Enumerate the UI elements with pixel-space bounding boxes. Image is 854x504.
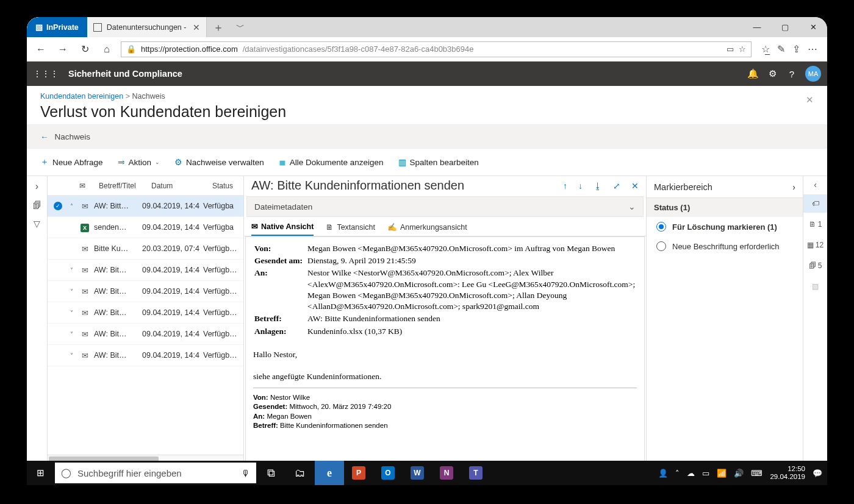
filter-icon[interactable]: ▽ bbox=[34, 219, 40, 229]
powerpoint-icon[interactable]: P bbox=[344, 461, 373, 485]
onedrive-icon[interactable]: ☁ bbox=[687, 469, 695, 478]
battery-icon[interactable]: ▭ bbox=[702, 469, 709, 478]
next-item-icon[interactable]: ↓ bbox=[578, 181, 583, 191]
download-icon[interactable]: ⭳ bbox=[594, 181, 602, 191]
expand-toggle-icon[interactable]: ˅ bbox=[67, 267, 76, 274]
expand-rail-icon[interactable]: › bbox=[35, 181, 38, 192]
expand-toggle-icon[interactable]: ˅ bbox=[67, 331, 76, 338]
close-preview-icon[interactable]: ✕ bbox=[631, 181, 639, 191]
table-row[interactable]: ˅✉AW: Bit…09.04.2019, 14:4…Verfügb… bbox=[48, 281, 243, 302]
col-status[interactable]: Status bbox=[212, 182, 239, 190]
table-row[interactable]: ˅✉AW: Bit…09.04.2019, 14:4…Verfügb… bbox=[48, 302, 243, 324]
people-icon[interactable]: 👤 bbox=[658, 469, 668, 478]
table-row[interactable]: Xsenden…09.04.2019, 14:4…Verfügba bbox=[48, 217, 243, 238]
rail-grid-count[interactable]: ▦12 bbox=[803, 236, 827, 254]
avatar[interactable]: MA bbox=[805, 66, 821, 82]
expand-toggle-icon[interactable]: ˅ bbox=[67, 288, 76, 295]
browser-tab[interactable]: Datenuntersuchungen - ✕ bbox=[87, 17, 207, 37]
prev-item-icon[interactable]: ↑ bbox=[563, 181, 567, 191]
manage-evidence-button[interactable]: ⚙Nachweise verwalten bbox=[174, 157, 264, 167]
back-row[interactable]: ← Nachweis bbox=[27, 124, 827, 149]
tray-chevron-icon[interactable]: ˄ bbox=[675, 469, 680, 478]
windows-taskbar: ⊞ ◯ Suchbegriff hier eingeben 🎙 ⧉ 🗂 e P … bbox=[27, 461, 827, 485]
item-date: 09.04.2019, 14:4… bbox=[142, 287, 199, 296]
notes-icon[interactable]: ✎ bbox=[777, 43, 785, 55]
tab-text-view[interactable]: 🗎Textansicht bbox=[326, 222, 375, 236]
word-icon[interactable]: W bbox=[403, 461, 432, 485]
favorites-icon[interactable]: ☆̲ bbox=[761, 43, 770, 55]
taskbar-search[interactable]: ◯ Suchbegriff hier eingeben 🎙 bbox=[55, 463, 256, 483]
table-row[interactable]: ˅✉AW: Bit…09.04.2019, 14:4…Verfügb… bbox=[48, 324, 243, 345]
item-status: Verfügb… bbox=[203, 351, 239, 360]
favorite-icon[interactable]: ☆ bbox=[739, 44, 746, 54]
col-title[interactable]: Betreff/Titel bbox=[99, 182, 148, 190]
action-button[interactable]: ⥤Aktion ⌄ bbox=[118, 157, 160, 167]
collapse-rail-icon[interactable]: ‹ bbox=[814, 180, 817, 190]
settings-icon[interactable]: ⚙ bbox=[762, 68, 782, 79]
rail-copy-count[interactable]: 🗐5 bbox=[803, 257, 827, 275]
rail-tag-icon[interactable]: 🏷 bbox=[803, 194, 827, 213]
maximize-button[interactable]: ▢ bbox=[771, 23, 799, 32]
col-date[interactable]: Datum bbox=[151, 182, 209, 190]
tab-native-view[interactable]: ✉Native Ansicht bbox=[251, 222, 314, 236]
row-checkbox[interactable]: ✓ bbox=[52, 202, 63, 210]
new-tab-button[interactable]: ＋ bbox=[207, 17, 230, 37]
chevron-right-icon[interactable]: › bbox=[792, 182, 795, 192]
reading-view-icon[interactable]: ▭ bbox=[727, 44, 734, 54]
url-input[interactable]: 🔒 https://protection.office.com/datainve… bbox=[121, 41, 752, 57]
start-button[interactable]: ⊞ bbox=[27, 467, 54, 478]
refresh-button[interactable]: ↻ bbox=[77, 43, 93, 55]
clock[interactable]: 12:50 29.04.2019 bbox=[770, 465, 805, 481]
tab-annotation-view[interactable]: ✍Anmerkungsansicht bbox=[387, 222, 467, 236]
edge-icon[interactable]: e bbox=[315, 461, 344, 485]
expand-toggle-icon[interactable]: ˅ bbox=[67, 352, 76, 359]
more-icon[interactable]: ⋯ bbox=[808, 43, 817, 55]
notifications-tray-icon[interactable]: 💬 bbox=[813, 469, 822, 478]
document-icon: 🗎 bbox=[326, 223, 334, 232]
new-query-button[interactable]: ＋Neue Abfrage bbox=[40, 157, 103, 168]
panel-close-icon[interactable]: ✕ bbox=[806, 94, 814, 105]
file-metadata-bar[interactable]: Dateimetadaten ⌄ bbox=[246, 196, 644, 217]
rail-doc-count[interactable]: 🗎1 bbox=[803, 215, 827, 233]
table-row[interactable]: ˅✉AW: Bit…09.04.2019, 14:4…Verfügb… bbox=[48, 260, 243, 281]
item-title: Bitte Ku… bbox=[94, 244, 138, 253]
expand-icon[interactable]: ⤢ bbox=[613, 181, 620, 191]
col-icon[interactable]: ✉ bbox=[79, 182, 95, 190]
show-all-docs-button[interactable]: ≣Alle Dokumente anzeigen bbox=[279, 157, 384, 167]
teams-icon[interactable]: T bbox=[461, 461, 490, 485]
mail-body[interactable]: Von:Megan Bowen <MeganB@M365x407920.OnMi… bbox=[245, 236, 645, 463]
tab-overflow-icon[interactable]: ﹀ bbox=[230, 17, 251, 37]
language-icon[interactable]: ⌨ bbox=[751, 469, 762, 478]
home-button[interactable]: ⌂ bbox=[99, 44, 115, 55]
queries-icon[interactable]: 🗐 bbox=[33, 201, 41, 210]
notifications-icon[interactable]: 🔔 bbox=[743, 68, 762, 79]
onenote-icon[interactable]: N bbox=[432, 461, 461, 485]
help-icon[interactable]: ? bbox=[782, 69, 802, 79]
table-row[interactable]: ✉Bitte Ku…20.03.2019, 07:4…Verfügb… bbox=[48, 238, 243, 260]
expand-toggle-icon[interactable]: ˄ bbox=[67, 203, 76, 210]
minimize-button[interactable]: — bbox=[743, 23, 771, 32]
breadcrumb-root[interactable]: Kundendaten bereinigen bbox=[40, 92, 123, 101]
wifi-icon[interactable]: 📶 bbox=[717, 469, 727, 478]
tag-mark-for-deletion[interactable]: Für Löschung markieren (1) bbox=[647, 217, 803, 236]
status-group[interactable]: Status (1) bbox=[647, 198, 803, 217]
preview-pane: AW: Bitte Kundeninformationen senden ↑ ↓… bbox=[244, 176, 647, 463]
mic-icon[interactable]: 🎙 bbox=[241, 468, 250, 478]
app-launcher-icon[interactable]: ⋮⋮⋮ bbox=[33, 69, 59, 79]
share-icon[interactable]: ⇪ bbox=[792, 43, 800, 55]
tag-new-label-required[interactable]: Neue Beschriftung erforderlich bbox=[647, 236, 803, 256]
sound-icon[interactable]: 🔊 bbox=[734, 469, 744, 478]
forward-button[interactable]: → bbox=[55, 44, 71, 55]
table-row[interactable]: ✓˄✉AW: Bitt…09.04.2019, 14:4…Verfügba bbox=[48, 196, 243, 217]
table-row[interactable]: ˅✉AW: Bit…09.04.2019, 14:4…Verfügb… bbox=[48, 345, 243, 366]
tab-close-icon[interactable]: ✕ bbox=[193, 23, 200, 32]
edit-columns-button[interactable]: ▥Spalten bearbeiten bbox=[398, 157, 479, 167]
task-view-icon[interactable]: ⧉ bbox=[256, 461, 285, 485]
rail-dash-icon[interactable]: ▧ bbox=[803, 277, 827, 296]
file-explorer-icon[interactable]: 🗂 bbox=[285, 461, 315, 485]
outlook-icon[interactable]: O bbox=[373, 461, 403, 485]
back-button[interactable]: ← bbox=[33, 44, 49, 55]
expand-toggle-icon[interactable]: ˅ bbox=[67, 310, 76, 316]
close-button[interactable]: ✕ bbox=[799, 23, 827, 32]
results-list: ✉ Betreff/Titel Datum Status ✓˄✉AW: Bitt… bbox=[48, 176, 244, 463]
